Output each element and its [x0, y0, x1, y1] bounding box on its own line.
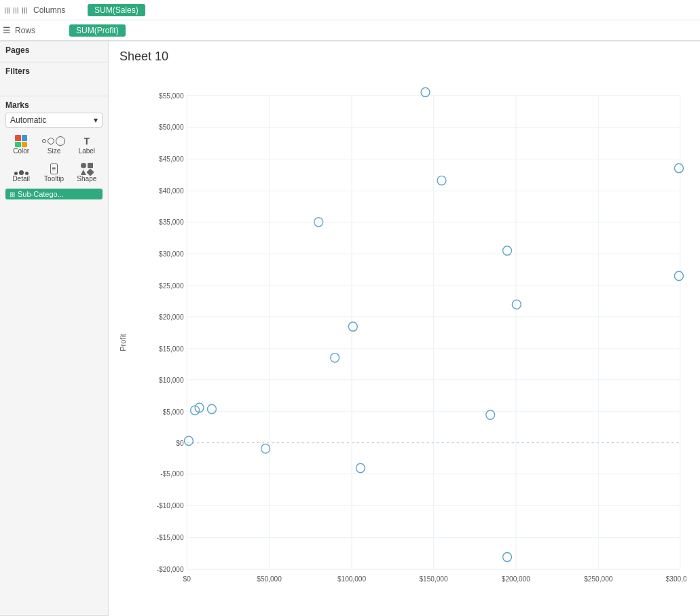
- rows-label: Rows: [15, 26, 69, 35]
- size-icon: [42, 135, 65, 147]
- svg-text:$45,000: $45,000: [159, 155, 184, 163]
- marks-section: Marks Automatic ▾ Color: [0, 96, 108, 616]
- svg-text:$25,000: $25,000: [159, 282, 184, 290]
- sub-cat-label: Sub-Catego...: [18, 190, 64, 198]
- filters-label: Filters: [5, 66, 103, 76]
- rows-shelf: ☰ Rows SUM(Profit): [0, 20, 700, 41]
- pages-label: Pages: [5, 45, 103, 55]
- svg-point-54: [356, 463, 365, 472]
- rows-pill[interactable]: SUM(Profit): [69, 24, 126, 37]
- svg-point-62: [675, 271, 684, 280]
- svg-text:$30,000: $30,000: [159, 250, 184, 258]
- marks-buttons-grid: Color Size T Label: [5, 132, 103, 186]
- label-button[interactable]: T Label: [71, 132, 103, 158]
- svg-point-52: [331, 353, 339, 362]
- svg-text:$20,000: $20,000: [159, 313, 184, 321]
- shape-icon: [81, 163, 93, 175]
- svg-text:-$20,000: -$20,000: [157, 566, 184, 573]
- svg-text:$250,000: $250,000: [584, 575, 612, 582]
- detail-icon: [14, 163, 29, 175]
- shape-button[interactable]: Shape: [71, 159, 103, 186]
- svg-text:$15,000: $15,000: [159, 345, 184, 353]
- svg-text:-$15,000: -$15,000: [157, 534, 184, 541]
- sidebar: Pages Filters Marks Automatic ▾ Color: [0, 41, 109, 616]
- svg-point-56: [437, 176, 446, 185]
- svg-text:$0: $0: [176, 439, 184, 446]
- label-icon: T: [84, 135, 90, 147]
- svg-text:$50,000: $50,000: [257, 575, 282, 582]
- columns-pill[interactable]: SUM(Sales): [88, 4, 145, 16]
- detail-label: Detail: [12, 175, 30, 182]
- svg-point-60: [503, 552, 512, 561]
- sub-cat-icon: ⊞: [10, 191, 15, 198]
- shape-label: Shape: [77, 175, 96, 182]
- tooltip-button[interactable]: ≡ Tooltip: [38, 159, 69, 186]
- chart-title: Sheet 10: [109, 41, 700, 69]
- color-label: Color: [13, 147, 29, 155]
- svg-text:-$5,000: -$5,000: [160, 470, 184, 478]
- color-button[interactable]: Color: [5, 132, 37, 158]
- rows-icon: ☰: [3, 25, 11, 35]
- columns-icon: ⫼⫼⫼: [3, 5, 29, 15]
- svg-text:$35,000: $35,000: [159, 218, 184, 226]
- label-label: Label: [79, 147, 95, 155]
- y-axis-label: Profit: [119, 334, 127, 351]
- svg-text:$150,000: $150,000: [419, 575, 447, 582]
- svg-text:$55,000: $55,000: [159, 92, 184, 99]
- chart-wrapper: Profit: [109, 69, 700, 616]
- svg-text:-$10,000: -$10,000: [157, 502, 184, 509]
- svg-text:$10,000: $10,000: [159, 377, 184, 384]
- svg-text:$50,000: $50,000: [159, 123, 184, 131]
- size-label: Size: [48, 147, 60, 155]
- svg-text:$40,000: $40,000: [159, 187, 184, 195]
- size-button[interactable]: Size: [38, 132, 69, 158]
- columns-label: Columns: [33, 5, 88, 15]
- svg-point-49: [208, 404, 217, 413]
- svg-point-61: [675, 163, 684, 172]
- color-icon: [15, 135, 27, 147]
- svg-point-46: [185, 436, 194, 445]
- pages-section: Pages: [0, 41, 108, 62]
- svg-text:$0: $0: [183, 575, 191, 582]
- tooltip-icon: ≡: [50, 163, 58, 175]
- filters-section: Filters: [0, 62, 108, 96]
- top-bar: ⫼⫼⫼ Columns SUM(Sales) ☰ Rows SUM(Profit…: [0, 0, 700, 41]
- sub-category-pill[interactable]: ⊞ Sub-Catego...: [5, 189, 103, 199]
- svg-text:$200,000: $200,000: [502, 575, 530, 582]
- svg-text:$100,000: $100,000: [337, 575, 366, 582]
- svg-text:$5,000: $5,000: [163, 408, 184, 415]
- main-area: Pages Filters Marks Automatic ▾ Color: [0, 41, 700, 616]
- scatter-plot: $55,000 $50,000 $45,000 $40,000 $35,000 …: [149, 76, 686, 589]
- marks-type-label: Automatic: [10, 115, 46, 125]
- marks-label: Marks: [5, 100, 103, 110]
- svg-point-50: [261, 444, 270, 453]
- chart-area: Sheet 10 Profit: [109, 41, 700, 616]
- svg-text:$300,000: $300,000: [666, 575, 686, 582]
- dropdown-arrow: ▾: [94, 115, 98, 125]
- svg-point-58: [512, 300, 521, 309]
- detail-button[interactable]: Detail: [5, 159, 37, 186]
- svg-point-53: [348, 322, 357, 331]
- marks-type-dropdown[interactable]: Automatic ▾: [5, 113, 103, 128]
- tooltip-label: Tooltip: [44, 175, 64, 182]
- columns-shelf: ⫼⫼⫼ Columns SUM(Sales): [0, 0, 700, 20]
